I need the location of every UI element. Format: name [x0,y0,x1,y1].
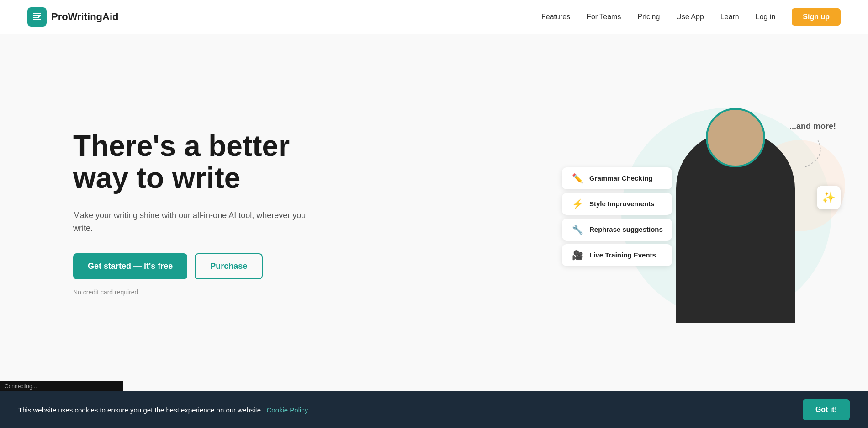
status-text: Connecting... [5,383,37,390]
sparkle-badge: ✨ [817,186,841,209]
cookie-accept-button[interactable]: Got it! [803,399,850,420]
nav-login[interactable]: Log in [756,13,776,21]
rephrase-icon: 🔧 [571,224,584,235]
dotted-arc-icon [786,135,822,172]
rephrase-label: Rephrase suggestions [589,225,663,233]
person-image [658,99,813,323]
hero-left: There's a better way to write Make your … [73,130,311,296]
feature-card-grammar: ✏️ Grammar Checking [562,167,672,189]
feature-cards: ✏️ Grammar Checking ⚡ Style Improvements… [562,167,672,266]
logo[interactable]: ProWritingAid [27,7,118,27]
nav-learn[interactable]: Learn [720,13,739,21]
hero-section: There's a better way to write Make your … [0,34,868,391]
hero-right: ...and more! ✨ ✏️ Grammar Checking ⚡ Sty… [576,94,841,332]
and-more-text: ...and more! [789,122,836,131]
status-bar: Connecting... [0,381,123,391]
style-label: Style Improvements [589,200,655,208]
feature-card-training: 🎥 Live Training Events [562,244,672,266]
logo-icon [27,7,47,27]
hero-title: There's a better way to write [73,130,311,194]
hero-subtitle: Make your writing shine with our all-in-… [73,209,311,235]
person-head [706,108,765,167]
feature-card-style: ⚡ Style Improvements [562,193,672,215]
nav-links: Features For Teams Pricing Use App Learn… [541,8,841,26]
grammar-label: Grammar Checking [589,174,652,182]
nav-for-teams[interactable]: For Teams [587,13,621,21]
training-icon: 🎥 [571,250,584,261]
logo-text: ProWritingAid [51,11,118,23]
nav-signup-button[interactable]: Sign up [792,8,841,26]
cookie-policy-link[interactable]: Cookie Policy [266,406,308,414]
nav-features[interactable]: Features [541,13,570,21]
no-credit-text: No credit card required [73,289,311,296]
feature-card-rephrase: 🔧 Rephrase suggestions [562,219,672,241]
nav-pricing[interactable]: Pricing [637,13,660,21]
cookie-message: This website uses cookies to ensure you … [18,406,308,414]
hero-buttons: Get started — it's free Purchase [73,253,311,279]
nav-use-app[interactable]: Use App [676,13,704,21]
purchase-button[interactable]: Purchase [195,253,263,279]
navbar: ProWritingAid Features For Teams Pricing… [0,0,868,34]
training-label: Live Training Events [589,251,656,259]
cookie-banner: This website uses cookies to ensure you … [0,391,868,428]
get-started-button[interactable]: Get started — it's free [73,253,187,279]
style-icon: ⚡ [571,198,584,209]
grammar-icon: ✏️ [571,173,584,184]
